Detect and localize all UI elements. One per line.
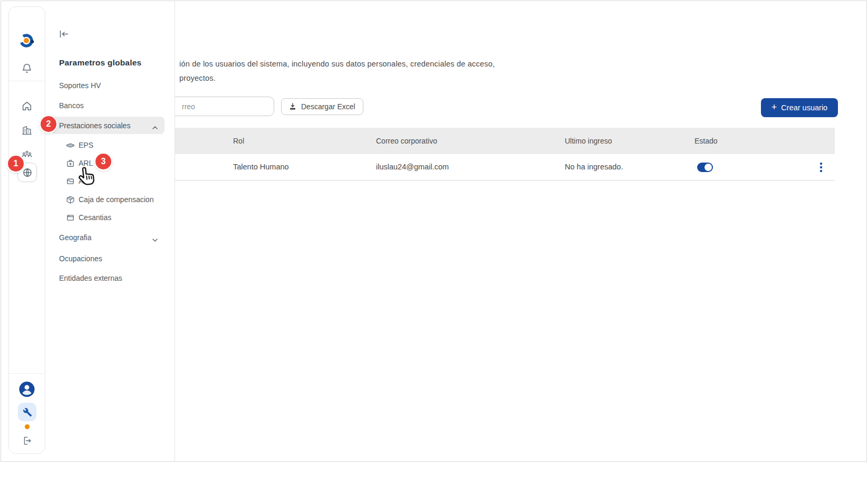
cell-ultimo-ingreso: No ha ingresado. <box>565 163 623 171</box>
step-badge-2: 2 <box>41 116 56 132</box>
home-icon[interactable] <box>21 100 33 112</box>
create-user-button[interactable]: + Crear usuario <box>761 98 838 117</box>
step-badge-3: 3 <box>95 154 111 169</box>
cell-rol: Talento Humano <box>233 163 289 171</box>
chevron-up-icon <box>152 122 158 132</box>
download-excel-button[interactable]: Descargar Excel <box>281 98 363 115</box>
menu-item-ocupaciones[interactable]: Ocupaciones <box>59 253 102 264</box>
building-icon[interactable] <box>21 125 33 136</box>
menu-item-soportes-hv[interactable]: Soportes HV <box>59 80 101 91</box>
menu-item-entidades-externas[interactable]: Entidades externas <box>59 272 122 284</box>
step-badge-1: 1 <box>8 156 24 172</box>
row-actions-menu-icon[interactable] <box>816 160 826 174</box>
avatar[interactable] <box>19 381 35 397</box>
estado-toggle[interactable] <box>697 163 713 172</box>
mask-icon <box>66 141 75 150</box>
cell-correo: iluslau24@gmail.com <box>376 163 449 171</box>
wallet-icon <box>66 177 75 186</box>
wrench-icon <box>23 407 32 417</box>
panel-title: Parametros globales <box>59 58 141 68</box>
menu-item-bancos[interactable]: Bancos <box>59 100 84 111</box>
first-aid-case-icon <box>66 159 75 168</box>
globe-icon <box>22 167 33 178</box>
page-description-line2: proyectos. <box>179 74 216 82</box>
collapse-sidebar-icon[interactable] <box>59 30 69 41</box>
settings-wrench-button[interactable] <box>18 403 36 421</box>
rail-divider-bottom <box>9 373 45 374</box>
submenu-item-eps[interactable]: EPS <box>66 139 93 151</box>
submenu-item-cesantias[interactable]: Cesantias <box>66 212 111 223</box>
header-ultimo-ingreso: Ultimo ingreso <box>565 137 612 145</box>
package-icon <box>66 195 75 204</box>
hand-pointer-cursor <box>76 165 100 192</box>
download-icon <box>289 103 296 110</box>
card-icon <box>66 213 75 222</box>
menu-item-prestaciones-sociales[interactable]: Prestaciones sociales <box>51 117 165 134</box>
notification-dot <box>25 424 30 429</box>
header-correo: Correo corporativo <box>376 137 437 145</box>
team-icon[interactable] <box>21 149 33 160</box>
header-rol: Rol <box>233 137 244 145</box>
chevron-down-icon <box>152 235 158 244</box>
create-user-label: Crear usuario <box>781 103 827 112</box>
logout-icon[interactable] <box>22 435 32 446</box>
primary-sidebar <box>8 6 45 454</box>
settings-submenu-panel: Parametros globales Soportes HV Bancos P… <box>32 1 175 461</box>
header-estado: Estado <box>695 137 718 145</box>
plus-icon: + <box>771 102 777 112</box>
brand-logo <box>18 32 35 49</box>
page-description-line1: ión de los usuarios del sistema, incluye… <box>179 60 495 68</box>
toggle-knob <box>705 164 712 171</box>
rail-divider-top <box>9 81 45 81</box>
menu-item-geografia[interactable]: Geografia <box>59 232 91 243</box>
submenu-item-caja-de-compensacion[interactable]: Caja de compensacion <box>66 194 153 205</box>
bell-icon[interactable] <box>21 63 33 74</box>
download-excel-label: Descargar Excel <box>301 102 355 111</box>
